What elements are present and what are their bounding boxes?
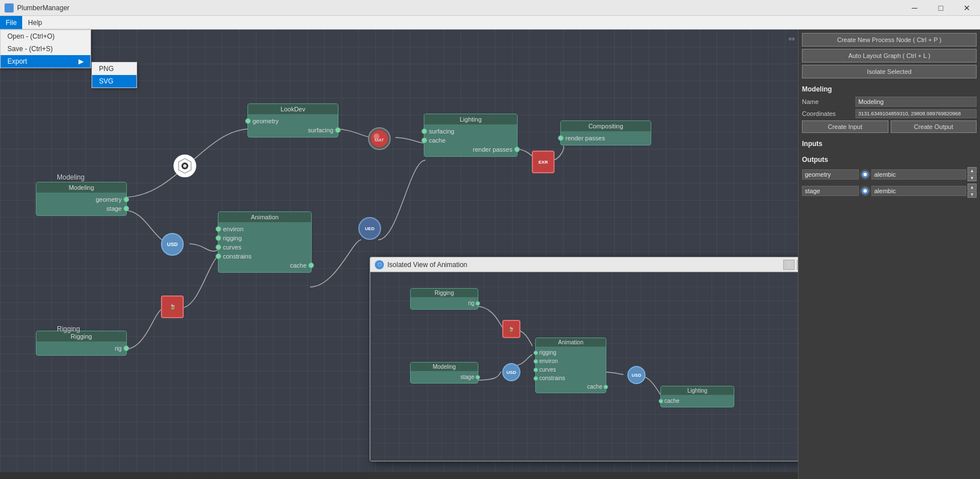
- iso-dot-environ: [534, 359, 538, 364]
- iso-dot-curves: [534, 368, 538, 372]
- create-input-button[interactable]: Create Input: [802, 120, 888, 133]
- help-menu[interactable]: Help: [22, 16, 48, 29]
- lighting-node-body: surfacing cache render passes: [424, 124, 517, 156]
- output-stage-down[interactable]: ▼: [967, 191, 977, 198]
- iso-rigging-title: Rigging: [411, 289, 478, 297]
- lighting-node-title: Lighting: [424, 114, 517, 124]
- output-stage-name[interactable]: stage: [802, 186, 859, 196]
- lookdev-node[interactable]: LookDev geometry surfacing: [247, 103, 338, 138]
- file-menu[interactable]: File: [0, 16, 22, 29]
- iso-rig-port: rig: [411, 299, 478, 307]
- output-geometry-name[interactable]: geometry: [802, 169, 859, 180]
- modeling-node-body: geometry stage: [36, 193, 126, 215]
- iso-modeling-node[interactable]: Modeling stage: [410, 362, 478, 384]
- main-area: Modeling geometry stage Rigging rig: [0, 30, 980, 479]
- open-menu-item[interactable]: Open - (Ctrl+O): [1, 30, 90, 43]
- port-dot-geometry: [123, 197, 129, 202]
- comp-port-renderpasses: render passes: [561, 134, 651, 143]
- iso-rumba-icon[interactable]: 🍃: [502, 320, 520, 338]
- modeling-hex-icon[interactable]: [173, 155, 196, 177]
- output-geometry-arrows: ▲ ▼: [967, 167, 977, 181]
- iso-anim-environ: environ: [536, 357, 606, 365]
- isolated-header: ⬡ Isolated View of Animation ? ✕: [370, 257, 798, 272]
- svg-text:MAT: MAT: [375, 138, 384, 143]
- panel-resize-icon[interactable]: ⇔: [788, 34, 795, 43]
- port-dot-cache-out: [308, 263, 314, 268]
- isolated-help-button[interactable]: ?: [783, 260, 795, 270]
- svg-point-10: [863, 189, 867, 193]
- animation-node[interactable]: Animation environ rigging curves constra…: [218, 211, 312, 273]
- output-geometry-type[interactable]: alembic: [871, 169, 966, 180]
- create-node-button[interactable]: Create New Process Node ( Ctrl + P ): [802, 33, 977, 47]
- lookdev-node-title: LookDev: [248, 104, 338, 114]
- coords-label: Coordinates: [802, 110, 853, 117]
- close-button[interactable]: ✕: [954, 0, 980, 16]
- animation-node-title: Animation: [218, 212, 311, 222]
- app-icon: [5, 3, 14, 13]
- iso-animation-node[interactable]: Animation rigging environ curves: [535, 338, 606, 393]
- port-dot-stage: [123, 206, 129, 211]
- svg-export-item[interactable]: SVG: [92, 75, 137, 88]
- lighting-node[interactable]: Lighting surfacing cache render passes: [424, 114, 518, 157]
- file-dropdown: Open - (Ctrl+O) Save - (Ctrl+S) Export ▶…: [0, 30, 91, 68]
- output-row-geometry: geometry alembic ▲ ▼: [802, 167, 977, 181]
- isolate-button[interactable]: Isolate Selected: [802, 65, 977, 78]
- lookdev-port-geometry: geometry: [248, 116, 338, 126]
- iso-lighting-title: Lighting: [661, 386, 734, 395]
- iso-usd-icon[interactable]: USD: [502, 363, 520, 381]
- titlebar-left: PlumberManager: [0, 3, 69, 13]
- output-stage-type[interactable]: alembic: [871, 186, 966, 196]
- rigging-node-body: rig: [36, 341, 126, 355]
- svg-point-0: [6, 5, 12, 11]
- png-export-item[interactable]: PNG: [92, 63, 137, 75]
- iso-anim-constrains: constrains: [536, 374, 606, 382]
- modeling-port-stage: stage: [36, 204, 126, 213]
- iso-animation-body: rigging environ curves constrains: [536, 347, 606, 393]
- output-stage-up[interactable]: ▲: [967, 184, 977, 190]
- titlebar-controls: ─ □ ✕: [902, 0, 980, 16]
- iso-usd2-icon[interactable]: USD: [627, 366, 646, 384]
- compositing-node[interactable]: Compositing render passes: [560, 120, 651, 145]
- svg-point-8: [863, 173, 867, 176]
- canvas-area[interactable]: Modeling geometry stage Rigging rig: [0, 30, 798, 479]
- rumba-main-icon[interactable]: 🍃: [161, 295, 184, 318]
- port-dot-surfacing: [335, 127, 341, 133]
- minimize-button[interactable]: ─: [902, 0, 928, 16]
- isolated-title: Isolated View of Animation: [387, 261, 468, 269]
- iso-lighting-node[interactable]: Lighting cache: [660, 386, 734, 407]
- name-value[interactable]: Modeling: [855, 97, 977, 107]
- export-menu-item[interactable]: Export ▶: [1, 55, 90, 68]
- anim-port-environ: environ: [218, 224, 311, 234]
- save-menu-item[interactable]: Save - (Ctrl+S): [1, 43, 90, 55]
- right-panel: ⇔ Create New Process Node ( Ctrl + P ) A…: [798, 30, 980, 479]
- isolated-header-left: ⬡ Isolated View of Animation: [375, 260, 468, 269]
- rigging-node[interactable]: Rigging rig: [36, 331, 127, 356]
- app-title: PlumberManager: [17, 4, 69, 12]
- iso-anim-curves: curves: [536, 365, 606, 374]
- lighting-port-renderpasses: render passes: [424, 145, 517, 154]
- material-ball-icon[interactable]: MAT: [368, 127, 391, 150]
- coords-row: Coordinates 3131.6349104859310, 29808.98…: [802, 109, 977, 118]
- isolated-icon: ⬡: [375, 260, 384, 269]
- output-geometry-up[interactable]: ▲: [967, 167, 977, 174]
- modeling-node[interactable]: Modeling geometry stage: [36, 182, 127, 216]
- scrollbar-area[interactable]: [0, 472, 798, 479]
- exr-icon[interactable]: EXR: [532, 151, 555, 173]
- svg-point-3: [183, 164, 187, 168]
- create-output-button[interactable]: Create Output: [891, 120, 977, 133]
- anim-port-curves: curves: [218, 243, 311, 252]
- rigging-label: Rigging: [57, 325, 80, 333]
- iso-dot-rig: [475, 301, 480, 306]
- iso-anim-cache: cache: [536, 382, 606, 391]
- ued-icon[interactable]: UED: [358, 217, 381, 240]
- inputs-section: Inputs: [802, 140, 977, 151]
- isolated-body[interactable]: Rigging rig Modeling stage: [370, 272, 798, 461]
- maximize-button[interactable]: □: [928, 0, 954, 16]
- iso-rigging-node[interactable]: Rigging rig: [410, 288, 478, 310]
- name-row: Name Modeling: [802, 97, 977, 107]
- usd-main-icon[interactable]: USD: [161, 233, 184, 256]
- coords-value[interactable]: 3131.6349104859310, 29808.989769820968: [855, 109, 977, 118]
- isolated-close-button[interactable]: ✕: [797, 260, 798, 270]
- auto-layout-button[interactable]: Auto Layout Graph ( Ctrl + L ): [802, 49, 977, 63]
- output-geometry-down[interactable]: ▼: [967, 174, 977, 181]
